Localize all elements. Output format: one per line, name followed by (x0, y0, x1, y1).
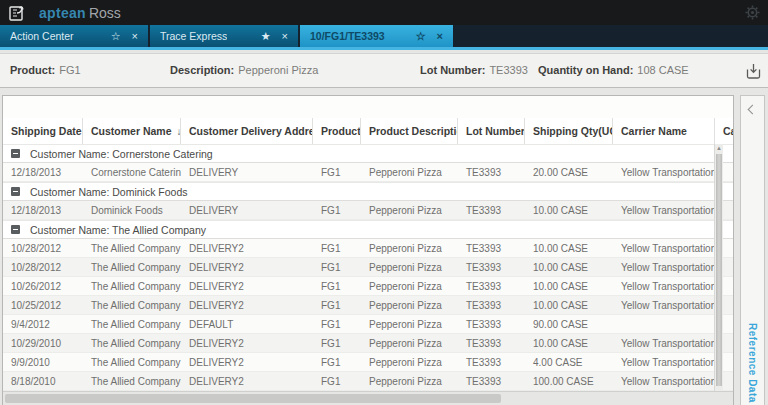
tab-trace-express[interactable]: Trace Express ★ × (150, 25, 298, 47)
table-cell: 9/4/2012 (3, 319, 83, 330)
table-cell: TE3393 (458, 376, 525, 387)
horizontal-scrollbar[interactable] (3, 391, 733, 405)
table-cell: 10.00 CASE (525, 243, 613, 254)
reference-data-panel[interactable]: Reference Data (740, 95, 765, 405)
tab-bar: Action Center ☆ × Trace Express ★ × 10/F… (0, 25, 768, 47)
vertical-scrollbar-thumb[interactable] (716, 154, 722, 386)
app-menu-icon[interactable] (9, 4, 28, 21)
column-header-customer-delivery-address[interactable]: Customer Delivery Addres... (181, 118, 313, 144)
tab-action-center[interactable]: Action Center ☆ × (0, 25, 148, 47)
column-header-shipping-date[interactable]: Shipping Date↓ (3, 118, 83, 144)
gear-icon[interactable] (744, 4, 761, 21)
vertical-scrollbar[interactable]: ▲ (714, 144, 723, 392)
table-cell: DELIVERY2 (181, 281, 313, 292)
scroll-up-icon[interactable]: ▲ (715, 144, 723, 153)
group-row[interactable]: Customer Name: The Allied Company (3, 220, 733, 239)
field-value: TE3393 (489, 64, 528, 76)
tab-lot-trace-active[interactable]: 10/FG1/TE3393 ☆ × (300, 25, 453, 47)
table-cell: DEFAULT (181, 319, 313, 330)
close-icon[interactable]: × (435, 30, 445, 42)
table-cell: Pepperoni Pizza (361, 300, 458, 311)
chevron-left-icon[interactable] (748, 105, 758, 115)
column-header-carrier-name[interactable]: Carrier Name (613, 118, 715, 144)
table-row[interactable]: 10/28/2012The Allied CompanyDELIVERY2FG1… (3, 239, 733, 258)
product-info-bar: Product:FG1 Description:Pepperoni Pizza … (0, 53, 768, 88)
table-cell: 8/18/2010 (3, 376, 83, 387)
collapse-group-icon[interactable] (11, 187, 20, 196)
table-cell: DELIVERY (181, 205, 313, 216)
column-header-shipping-qty[interactable]: Shipping Qty(UOM) (525, 118, 613, 144)
tab-label: Trace Express (160, 30, 227, 42)
table-row[interactable]: 9/4/2012The Allied CompanyDEFAULTFG1Pepp… (3, 315, 733, 334)
star-filled-icon[interactable]: ★ (258, 30, 274, 43)
table-cell: 10/25/2012 (3, 300, 83, 311)
table-cell: Pepperoni Pizza (361, 281, 458, 292)
table-cell: 10/28/2012 (3, 262, 83, 273)
table-cell: 10.00 CASE (525, 281, 613, 292)
download-icon[interactable] (746, 63, 761, 79)
table-row[interactable]: 10/26/2012The Allied CompanyDELIVERY2FG1… (3, 277, 733, 296)
table-cell: 10/26/2012 (3, 281, 83, 292)
table-cell: The Allied Company (83, 376, 181, 387)
column-header-customer-name[interactable]: Customer Name↓ (83, 118, 181, 144)
description-field: Description:Pepperoni Pizza (170, 54, 318, 87)
table-row[interactable]: 12/18/2013Cornerstone CateringDELIVERYFG… (3, 163, 733, 182)
table-cell: Yellow Transportation (613, 205, 715, 216)
table-cell: The Allied Company (83, 262, 181, 273)
table-cell: 10/29/2010 (3, 338, 83, 349)
group-row[interactable]: Customer Name: Cornerstone Catering (3, 144, 733, 163)
table-cell: FG1 (313, 167, 361, 178)
table-cell: Dominick Foods (83, 205, 181, 216)
column-header-product-description[interactable]: Product Description (361, 118, 458, 144)
column-header-truncated[interactable]: Ca (715, 118, 733, 144)
group-label: Customer Name: Cornerstone Catering (30, 148, 213, 160)
field-label: Quantity on Hand: (538, 64, 633, 76)
collapse-group-icon[interactable] (11, 149, 20, 158)
group-row[interactable]: Customer Name: Dominick Foods (3, 182, 733, 201)
table-row[interactable]: 9/9/2010The Allied CompanyDELIVERY2FG1Pe… (3, 353, 733, 372)
close-icon[interactable]: × (280, 30, 290, 42)
group-label: Customer Name: Dominick Foods (30, 186, 188, 198)
horizontal-scrollbar-thumb[interactable] (5, 394, 501, 403)
table-cell: FG1 (313, 357, 361, 368)
table-cell: 4.00 CASE (525, 357, 613, 368)
table-cell: Pepperoni Pizza (361, 262, 458, 273)
table-cell: Pepperoni Pizza (361, 376, 458, 387)
table-cell: Yellow Transportation (613, 338, 715, 349)
table-cell: Pepperoni Pizza (361, 167, 458, 178)
table-cell: TE3393 (458, 338, 525, 349)
close-icon[interactable]: × (130, 30, 140, 42)
column-header-label: Product Description (369, 125, 458, 137)
table-cell: TE3393 (458, 205, 525, 216)
table-cell: The Allied Company (83, 319, 181, 330)
table-cell: TE3393 (458, 319, 525, 330)
table-cell: Yellow Transportation (613, 262, 715, 273)
collapse-group-icon[interactable] (11, 225, 20, 234)
table-row[interactable]: 10/28/2012The Allied CompanyDELIVERY2FG1… (3, 258, 733, 277)
table-row[interactable]: 12/18/2013Dominick FoodsDELIVERYFG1Peppe… (3, 201, 733, 220)
table-cell: DELIVERY2 (181, 243, 313, 254)
table-row[interactable]: 8/18/2010The Allied CompanyDELIVERY2FG1P… (3, 372, 733, 391)
table-row[interactable]: 10/25/2012The Allied CompanyDELIVERY2FG1… (3, 296, 733, 315)
logo-aptean: aptean (39, 5, 86, 21)
column-header-lot-number[interactable]: Lot Number (458, 118, 525, 144)
grid-header-row: Shipping Date↓ Customer Name↓ Customer D… (3, 118, 733, 145)
table-cell: FG1 (313, 243, 361, 254)
table-cell: DELIVERY2 (181, 338, 313, 349)
top-bar: apteanRoss (0, 0, 768, 25)
column-header-product[interactable]: Product (313, 118, 361, 144)
field-label: Product: (10, 64, 55, 76)
field-value: FG1 (59, 64, 80, 76)
column-header-label: Product (321, 125, 361, 137)
star-icon[interactable]: ☆ (413, 30, 429, 43)
reference-data-label[interactable]: Reference Data (747, 323, 758, 403)
table-cell: Pepperoni Pizza (361, 205, 458, 216)
table-cell: TE3393 (458, 300, 525, 311)
table-cell: FG1 (313, 338, 361, 349)
table-cell: 10.00 CASE (525, 205, 613, 216)
table-cell: FG1 (313, 205, 361, 216)
star-icon[interactable]: ☆ (108, 30, 124, 43)
table-row[interactable]: 10/29/2010The Allied CompanyDELIVERY2FG1… (3, 334, 733, 353)
table-cell: Pepperoni Pizza (361, 243, 458, 254)
column-header-label: Lot Number (466, 125, 525, 137)
